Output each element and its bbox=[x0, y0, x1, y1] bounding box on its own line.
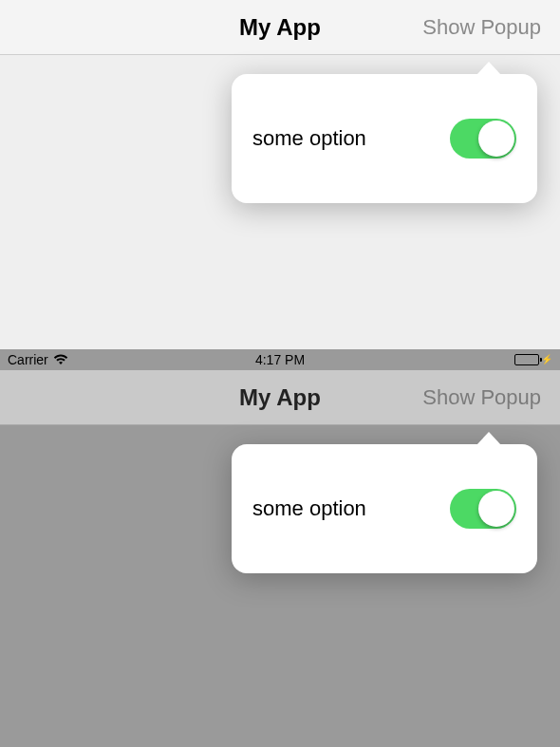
option-toggle[interactable] bbox=[450, 489, 516, 529]
status-time: 4:17 PM bbox=[0, 352, 560, 367]
navbar: My App Show Popup bbox=[0, 370, 560, 425]
popover-option-label: some option bbox=[252, 126, 366, 151]
show-popup-button[interactable]: Show Popup bbox=[419, 378, 545, 418]
popover: some option bbox=[232, 444, 537, 573]
wifi-icon bbox=[53, 353, 68, 367]
charging-icon: ⚡ bbox=[541, 355, 552, 364]
status-bar: Carrier 4:17 PM ⚡ bbox=[0, 349, 560, 370]
option-toggle[interactable] bbox=[450, 119, 516, 159]
screenshot-bottom: Carrier 4:17 PM ⚡ My App Show Popup some… bbox=[0, 349, 560, 747]
toggle-knob bbox=[478, 121, 514, 157]
battery-icon: ⚡ bbox=[514, 354, 552, 365]
popover: some option bbox=[232, 74, 537, 203]
screenshot-top: My App Show Popup some option bbox=[0, 0, 560, 349]
toggle-knob bbox=[478, 491, 514, 527]
navbar: My App Show Popup bbox=[0, 0, 560, 55]
carrier-label: Carrier bbox=[8, 352, 48, 367]
popover-option-label: some option bbox=[252, 496, 366, 521]
show-popup-button[interactable]: Show Popup bbox=[419, 8, 545, 47]
